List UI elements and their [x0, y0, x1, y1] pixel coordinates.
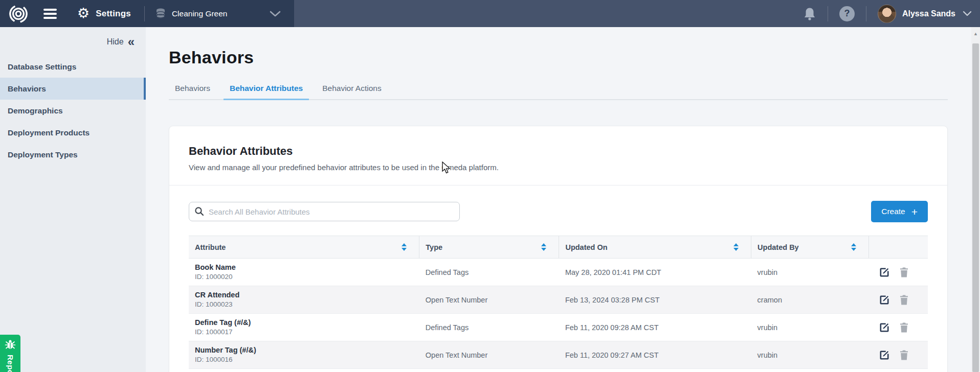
vertical-scrollbar: ▲ [971, 27, 980, 372]
sidebar-item-deployment-products[interactable]: Deployment Products [0, 122, 146, 144]
column-header-attribute[interactable]: Attribute [189, 236, 419, 259]
database-name: Cleaning Green [172, 9, 228, 18]
search-field-wrap [189, 202, 460, 221]
sidebar-nav: Database Settings Behaviors Demographics… [0, 56, 146, 166]
sort-icon [733, 243, 739, 251]
bug-icon [5, 339, 16, 351]
hide-label: Hide [107, 37, 124, 46]
updated-by: vrubin [751, 341, 869, 369]
sort-icon [851, 243, 856, 251]
column-label: Attribute [195, 243, 226, 251]
help-icon[interactable]: ? [839, 6, 855, 21]
navbar-divider [828, 6, 828, 21]
report-bug-tab[interactable]: Repo [0, 335, 20, 372]
top-navbar: ⚙ Settings Cleaning Green [0, 0, 980, 27]
attribute-name: Number Tag (#/&) [195, 345, 413, 355]
updated-on: Feb 11, 2020 09:28 AM CST [559, 314, 751, 341]
column-header-updated-by[interactable]: Updated By [751, 236, 869, 259]
settings-title: Settings [96, 9, 131, 19]
page-title: Behaviors [169, 48, 948, 67]
sidebar-item-database-settings[interactable]: Database Settings [0, 56, 146, 78]
sidebar-item-demographics[interactable]: Demographics [0, 100, 146, 122]
attribute-name: Define Tag (#/&) [195, 318, 413, 328]
user-name[interactable]: Alyssa Sands [902, 9, 955, 18]
delete-button[interactable] [899, 322, 909, 333]
table-row: Define Tag (#/&) ID: 1000017 Defined Tag… [189, 314, 928, 341]
tab-behavior-actions[interactable]: Behavior Actions [316, 81, 387, 99]
settings-sidebar: Hide « Database Settings Behaviors Demog… [0, 27, 146, 372]
updated-on: May 28, 2020 01:41 PM CDT [559, 259, 751, 286]
chevron-down-icon[interactable] [270, 11, 281, 17]
delete-button[interactable] [899, 350, 909, 361]
main-content: Behaviors Behaviors Behavior Attributes … [146, 27, 971, 372]
card-description: View and manage all your predefined beha… [189, 163, 928, 172]
delete-button[interactable] [899, 294, 909, 306]
column-header-actions [868, 236, 928, 259]
tab-behavior-attributes[interactable]: Behavior Attributes [224, 81, 309, 99]
table-header-row: Attribute Type Updated On Updated B [189, 236, 928, 259]
updated-by: cramon [751, 286, 869, 314]
attribute-type: Defined Tags [419, 259, 559, 286]
attribute-type: Open Text Number [419, 286, 559, 314]
scroll-up-arrow[interactable]: ▲ [971, 27, 980, 40]
create-button-label: Create [881, 207, 905, 216]
sidebar-item-deployment-types[interactable]: Deployment Types [0, 144, 146, 166]
attribute-name: Book Name [195, 263, 413, 272]
updated-on: Feb 11, 2020 09:27 AM CST [559, 341, 751, 369]
column-header-type[interactable]: Type [419, 236, 559, 259]
column-label: Updated By [758, 243, 799, 251]
scrollbar-thumb[interactable] [972, 43, 979, 372]
collapse-double-chevron-icon: « [128, 38, 135, 46]
delete-button[interactable] [899, 267, 909, 278]
attribute-id: ID: 1000020 [195, 272, 413, 282]
card-title: Behavior Attributes [189, 145, 928, 158]
database-selector[interactable]: Cleaning Green [145, 8, 294, 20]
sort-icon [541, 243, 546, 251]
attribute-id: ID: 1000023 [195, 300, 413, 309]
table-toolbar: Create + [189, 201, 928, 222]
attribute-id: ID: 1000017 [195, 328, 413, 337]
hide-sidebar-button[interactable]: Hide « [0, 27, 146, 56]
table-row: CR Attended ID: 1000023 Open Text Number… [189, 286, 928, 314]
attribute-type: Defined Tags [419, 314, 559, 341]
behavior-attributes-table: Attribute Type Updated On Updated B [189, 236, 928, 369]
column-label: Updated On [565, 243, 607, 251]
card-divider [169, 185, 947, 185]
attribute-id: ID: 1000016 [195, 355, 413, 364]
omeda-logo-icon[interactable] [9, 4, 28, 24]
updated-on: Feb 13, 2024 03:28 PM CST [559, 286, 751, 314]
column-label: Type [426, 243, 442, 251]
sidebar-item-behaviors[interactable]: Behaviors [0, 78, 146, 100]
menu-hamburger-icon[interactable] [43, 9, 57, 19]
search-input[interactable] [189, 202, 460, 221]
sort-icon [402, 243, 407, 251]
create-button[interactable]: Create + [871, 201, 928, 222]
attribute-name: CR Attended [195, 290, 413, 300]
settings-gear-icon[interactable]: ⚙ [77, 7, 90, 20]
notifications-bell-icon[interactable] [803, 7, 816, 21]
edit-button[interactable] [879, 322, 890, 333]
user-menu-chevron-down-icon[interactable] [963, 11, 972, 16]
updated-by: vrubin [751, 314, 869, 341]
updated-by: vrubin [751, 259, 869, 286]
tab-behaviors[interactable]: Behaviors [169, 81, 216, 99]
attribute-type: Open Text Number [419, 341, 559, 369]
behaviors-tab-bar: Behaviors Behavior Attributes Behavior A… [169, 81, 948, 100]
plus-icon: + [911, 206, 918, 217]
table-row: Number Tag (#/&) ID: 1000016 Open Text N… [189, 341, 928, 369]
app-window: ⚙ Settings Cleaning Green [0, 0, 980, 372]
navbar-divider [866, 6, 866, 21]
table-row: Book Name ID: 1000020 Defined Tags May 2… [189, 259, 928, 286]
edit-button[interactable] [879, 294, 890, 306]
column-header-updated-on[interactable]: Updated On [559, 236, 751, 259]
database-icon [155, 8, 166, 20]
report-bug-label: Repo [6, 355, 15, 372]
edit-button[interactable] [879, 350, 890, 361]
navbar-left-section: ⚙ Settings Cleaning Green [0, 0, 294, 27]
navbar-right-section: ? Alyssa Sands [803, 0, 980, 27]
edit-button[interactable] [879, 267, 890, 278]
search-icon [194, 206, 204, 216]
behavior-attributes-card: Behavior Attributes View and manage all … [169, 126, 948, 372]
user-avatar[interactable] [878, 5, 896, 23]
